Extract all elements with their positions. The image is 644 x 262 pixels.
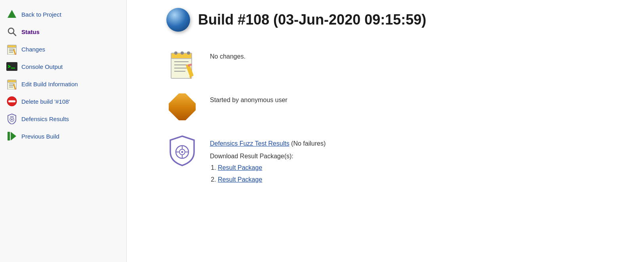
no-changes-icon: [166, 47, 198, 79]
started-by-icon: [166, 91, 198, 123]
svg-rect-37: [169, 93, 196, 120]
defensics-icon: [166, 135, 198, 166]
terminal-icon: [6, 61, 17, 72]
no-changes-row: No changes.: [166, 47, 628, 79]
search-icon: [6, 26, 17, 37]
prev-arrow-icon: [6, 131, 17, 142]
result-package-link-1[interactable]: Result Package: [218, 164, 262, 171]
defensics-content: Defensics Fuzz Test Results (No failures…: [210, 135, 326, 186]
build-title: Build #108 (03-Jun-2020 09:15:59): [198, 11, 426, 28]
notepad-icon: [6, 44, 17, 55]
sidebar-item-status[interactable]: Status: [3, 24, 123, 40]
svg-rect-24: [8, 132, 10, 140]
list-item: Result Package: [218, 175, 326, 185]
svg-point-27: [174, 51, 177, 55]
defensics-link[interactable]: Defensics Fuzz Test Results: [210, 140, 290, 147]
build-header: Build #108 (03-Jun-2020 09:15:59): [166, 8, 628, 32]
shield-small-icon: [6, 113, 17, 124]
no-entry-icon: [6, 96, 17, 107]
started-by-text: Started by anonymous user: [210, 91, 288, 105]
sidebar-item-edit-build-information[interactable]: Edit Build Information: [3, 76, 123, 92]
sidebar-item-back-to-project[interactable]: Back to Project: [3, 6, 123, 22]
svg-rect-4: [8, 45, 16, 47]
sidebar-item-changes[interactable]: Changes: [3, 41, 123, 57]
svg-rect-13: [8, 80, 16, 82]
build-status-ball: [166, 8, 190, 32]
sidebar-item-console-output[interactable]: Console Output: [3, 59, 123, 74]
sidebar-item-delete-build[interactable]: Delete build '#108': [3, 93, 123, 109]
svg-rect-20: [8, 101, 15, 103]
list-item: Result Package: [218, 163, 326, 173]
edit-notepad-icon: [6, 78, 17, 89]
sidebar-item-label: Delete build '#108': [21, 98, 70, 105]
sidebar-item-previous-build[interactable]: Previous Build: [3, 128, 123, 144]
svg-point-29: [187, 51, 190, 55]
svg-rect-10: [6, 62, 17, 71]
sidebar-item-label: Previous Build: [21, 133, 59, 140]
result-package-link-2[interactable]: Result Package: [218, 176, 262, 183]
sidebar-item-label: Changes: [21, 46, 45, 53]
svg-point-40: [181, 151, 183, 153]
svg-line-2: [13, 33, 16, 36]
svg-marker-23: [11, 132, 16, 140]
content-sections: No changes. Started by ano: [166, 47, 628, 186]
sidebar-item-label: Edit Build Information: [21, 81, 78, 87]
no-changes-text: No changes.: [210, 47, 246, 62]
defensics-row: Defensics Fuzz Test Results (No failures…: [166, 135, 628, 186]
result-packages-list: Result Package Result Package: [218, 161, 326, 186]
defensics-link-row: Defensics Fuzz Test Results (No failures…: [210, 139, 326, 149]
sidebar-item-label: Defensics Results: [21, 116, 69, 122]
sidebar-item-label: Back to Project: [21, 11, 61, 18]
main-content: Build #108 (03-Jun-2020 09:15:59): [127, 0, 644, 262]
sidebar-item-label: Status: [21, 28, 40, 35]
sidebar-item-defensics-results[interactable]: Defensics Results: [3, 111, 123, 127]
sidebar-item-label: Console Output: [21, 63, 63, 70]
svg-point-28: [181, 51, 184, 55]
svg-marker-0: [8, 10, 16, 18]
back-arrow-icon: [6, 9, 17, 20]
sidebar: Back to Project Status Changes: [0, 0, 127, 262]
started-by-row: Started by anonymous user: [166, 91, 628, 123]
download-label: Download Result Package(s):: [210, 151, 326, 161]
svg-point-22: [11, 119, 13, 120]
